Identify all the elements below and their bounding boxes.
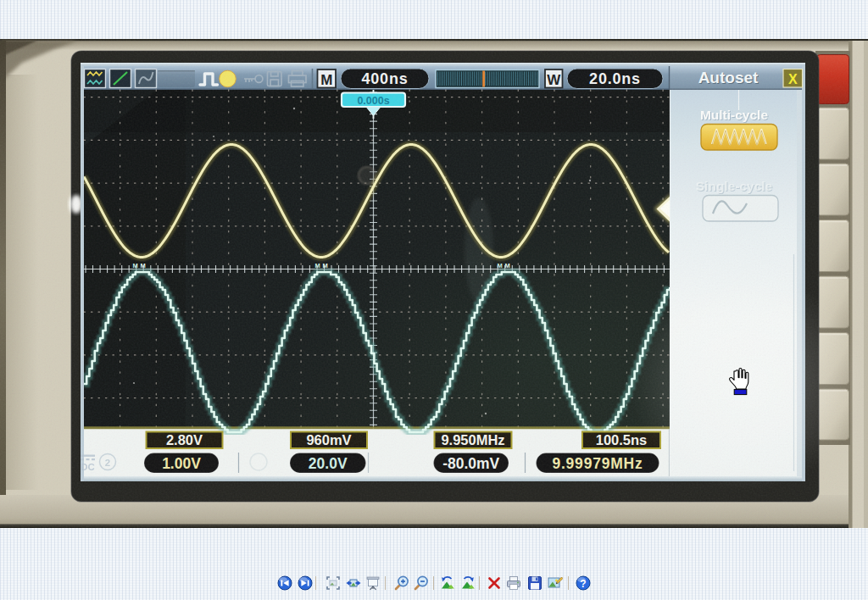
picture-viewer-window: { "viewer": { "background_color": "#edf2… bbox=[0, 0, 868, 600]
best-fit-button[interactable] bbox=[326, 575, 341, 591]
rotate-counterclockwise-button[interactable] bbox=[460, 575, 476, 591]
print-button[interactable] bbox=[506, 575, 521, 591]
edit-button[interactable] bbox=[548, 575, 563, 591]
photo-oscilloscope[interactable]: M 400ns W 20.0ns Autoset Autoset X bbox=[0, 39, 868, 528]
toolbar-separator-4 bbox=[479, 576, 480, 590]
delete-icon bbox=[490, 579, 499, 588]
toolbar-separator-2 bbox=[385, 576, 386, 590]
help-button[interactable]: ? bbox=[576, 575, 591, 591]
svg-text:?: ? bbox=[580, 578, 586, 590]
toolbar-separator-3 bbox=[433, 576, 434, 590]
zoom-in-button[interactable] bbox=[394, 575, 409, 591]
start-slideshow-button[interactable] bbox=[365, 575, 381, 591]
toolbar-separator-5 bbox=[568, 576, 569, 590]
zoom-in-icon bbox=[396, 586, 400, 590]
previous-bar bbox=[281, 581, 282, 586]
next-bar bbox=[308, 581, 309, 586]
save-button[interactable] bbox=[527, 575, 542, 591]
zoom-out-button[interactable] bbox=[414, 575, 429, 591]
previous-image-button[interactable] bbox=[277, 575, 292, 591]
actual-size-button[interactable] bbox=[346, 575, 361, 591]
photo-grain bbox=[0, 39, 868, 528]
delete-button[interactable] bbox=[487, 575, 502, 591]
toolbar-separator-1 bbox=[315, 576, 316, 590]
zoom-out-icon bbox=[415, 586, 420, 590]
rotate-clockwise-button[interactable] bbox=[440, 575, 455, 591]
next-image-button[interactable] bbox=[298, 575, 313, 591]
viewer-toolbar: ? bbox=[0, 575, 868, 592]
